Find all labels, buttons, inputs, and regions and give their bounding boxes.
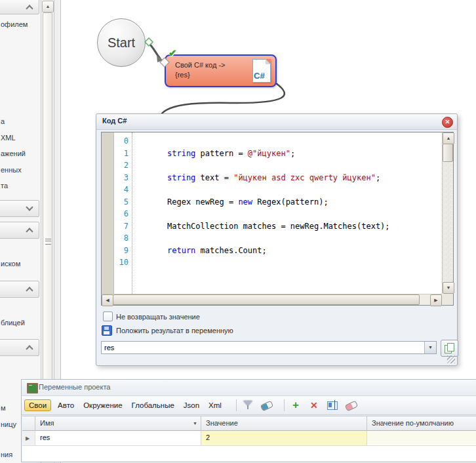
tab-global[interactable]: Глобальные bbox=[132, 401, 174, 409]
panel-title: Переменные проекта bbox=[39, 383, 110, 391]
scroll-down-icon[interactable]: ▼ bbox=[443, 282, 454, 294]
cell-name[interactable]: res bbox=[35, 431, 201, 446]
copy-button[interactable] bbox=[441, 340, 458, 357]
sidebar-group-header[interactable] bbox=[0, 281, 39, 298]
tab-auto[interactable]: Авто bbox=[58, 401, 74, 409]
editor-vertical-scrollbar[interactable]: ▲ ▼ bbox=[442, 132, 453, 294]
save-result-label: Положить результат в переменную bbox=[116, 327, 233, 334]
clear-filter-eraser-icon[interactable] bbox=[260, 399, 272, 411]
sidebar-item[interactable]: ницу bbox=[1, 420, 16, 428]
scrollbar-thumb[interactable] bbox=[443, 144, 453, 162]
tab-own[interactable]: Свои bbox=[24, 399, 51, 411]
success-check-icon: ✔ bbox=[169, 47, 177, 59]
no-return-label: Не возвращать значение bbox=[116, 313, 200, 321]
chevron-down-icon bbox=[26, 203, 33, 211]
scrollbar-corner bbox=[442, 294, 453, 305]
output-port-icon[interactable] bbox=[145, 38, 153, 46]
code-editor[interactable]: 0 1 2 3 4 5 6 7 8 9 10 string pattern = … bbox=[101, 132, 454, 306]
dialog-titlebar[interactable]: Код C# ✕ bbox=[96, 114, 457, 130]
start-node-label: Start bbox=[108, 35, 135, 50]
sidebar-group-header[interactable] bbox=[0, 222, 39, 239]
resize-grip[interactable] bbox=[447, 355, 455, 363]
app-root: { "colors": { "block_fill": "#F19B82", "… bbox=[0, 0, 476, 463]
csharp-action-block[interactable]: Свой C# код -> {res} C# bbox=[165, 54, 277, 87]
scrollbar-thumb[interactable] bbox=[113, 294, 420, 305]
sidebar-item[interactable]: ажений bbox=[1, 150, 26, 157]
row-selector-header bbox=[22, 416, 35, 431]
code-dialog: Код C# ✕ 0 1 2 3 4 5 6 7 8 9 10 string p… bbox=[96, 113, 458, 366]
code-line bbox=[133, 232, 442, 245]
filter-funnel-icon[interactable] bbox=[242, 399, 254, 411]
tab-xml[interactable]: Xml bbox=[208, 401, 222, 409]
combo-dropdown-icon[interactable]: ▼ bbox=[424, 342, 436, 353]
chevron-up-icon bbox=[26, 287, 33, 294]
chevron-up-icon bbox=[26, 5, 33, 12]
sidebar-item[interactable]: а bbox=[1, 117, 5, 125]
variables-toolbar: Свои Авто Окружение Глобальные Json Xml … bbox=[22, 395, 476, 415]
column-filter-icon[interactable]: ▼ bbox=[193, 421, 197, 426]
clear-values-eraser-icon[interactable] bbox=[345, 399, 357, 411]
sidebar-item[interactable]: иском bbox=[1, 260, 20, 268]
column-header-default[interactable]: Значение по-умолчанию bbox=[367, 416, 476, 431]
sidebar-item[interactable]: XML bbox=[1, 134, 16, 142]
sidebar-item[interactable]: офилем bbox=[1, 20, 28, 28]
row-selector-icon[interactable]: ▶ bbox=[22, 431, 35, 446]
grid-header-row: Имя▼ Значение Значение по-умолчанию bbox=[22, 416, 476, 431]
code-line: MatchCollection matches = newReg.Matches… bbox=[133, 220, 442, 233]
no-return-checkbox[interactable] bbox=[103, 312, 113, 321]
panel-titlebar[interactable]: Переменные проекта bbox=[22, 380, 476, 395]
close-icon[interactable]: ✕ bbox=[442, 117, 453, 128]
add-variable-icon[interactable]: + bbox=[290, 399, 302, 411]
variables-panel: Переменные проекта Свои Авто Окружение Г… bbox=[21, 379, 476, 462]
toolbar-separator bbox=[284, 399, 285, 411]
sidebar-item[interactable]: енных bbox=[1, 166, 22, 174]
no-return-row: Не возвращать значение bbox=[103, 312, 200, 321]
line-numbers: 0 1 2 3 4 5 6 7 8 9 10 bbox=[114, 132, 132, 294]
sidebar-item[interactable]: блицей bbox=[1, 319, 25, 327]
chevron-up-icon bbox=[26, 345, 33, 352]
scroll-left-icon[interactable]: ◀ bbox=[102, 294, 113, 306]
sidebar-item[interactable]: м bbox=[1, 404, 6, 412]
rename-variable-icon[interactable] bbox=[327, 399, 338, 411]
delete-variable-icon[interactable]: ✕ bbox=[308, 399, 320, 411]
csharp-file-icon: C# bbox=[252, 59, 271, 83]
code-line bbox=[133, 159, 442, 172]
sidebar-item[interactable]: та bbox=[1, 182, 8, 190]
scroll-up-icon[interactable]: ▲ bbox=[443, 132, 454, 144]
editor-margin bbox=[102, 132, 114, 294]
dialog-title: Код C# bbox=[102, 117, 127, 125]
sidebar-group-header[interactable] bbox=[0, 200, 39, 217]
start-node[interactable]: Start bbox=[97, 18, 146, 67]
action-block-label: Свой C# код -> {res} bbox=[175, 60, 225, 80]
sidebar-group-header[interactable] bbox=[0, 0, 39, 14]
code-line: Regex newReg = new Regex(pattern); bbox=[133, 196, 442, 209]
edge-block-out bbox=[160, 83, 285, 116]
table-row[interactable]: ▶ res 2 bbox=[22, 431, 476, 446]
chevron-up-icon bbox=[26, 228, 33, 235]
save-icon bbox=[102, 325, 112, 336]
scroll-right-icon[interactable]: ▶ bbox=[430, 294, 442, 306]
column-header-value[interactable]: Значение bbox=[201, 416, 367, 431]
cell-default[interactable] bbox=[367, 431, 476, 446]
splitter-grip-icon bbox=[45, 239, 51, 245]
copy-icon bbox=[447, 343, 454, 352]
editor-horizontal-scrollbar[interactable]: ◀ ▶ bbox=[102, 294, 442, 305]
save-result-row: Положить результат в переменную bbox=[102, 325, 233, 336]
column-header-name[interactable]: Имя▼ bbox=[35, 416, 201, 431]
sidebar-item[interactable]: ния bbox=[1, 451, 12, 458]
sidebar-group-header[interactable] bbox=[0, 339, 39, 356]
tab-json[interactable]: Json bbox=[184, 401, 199, 409]
toolbar-separator bbox=[236, 399, 237, 411]
code-line: string text = "йцукен asd zxc qwerty йцу… bbox=[133, 172, 442, 184]
variables-panel-icon bbox=[27, 383, 38, 393]
tab-environment[interactable]: Окружение bbox=[83, 401, 122, 409]
cell-value[interactable]: 2 bbox=[201, 431, 367, 446]
edge-arrowhead-icon bbox=[157, 55, 163, 62]
edge-start-to-block bbox=[150, 45, 160, 58]
code-line bbox=[133, 135, 442, 148]
code-line bbox=[133, 256, 442, 269]
variable-combobox[interactable]: res ▼ bbox=[101, 341, 437, 354]
code-text-area[interactable]: string pattern = @"йцукен"; string text … bbox=[133, 132, 442, 294]
variables-grid: Имя▼ Значение Значение по-умолчанию ▶ re… bbox=[22, 416, 476, 461]
scroll-up-icon[interactable]: ▲ bbox=[42, 1, 54, 12]
